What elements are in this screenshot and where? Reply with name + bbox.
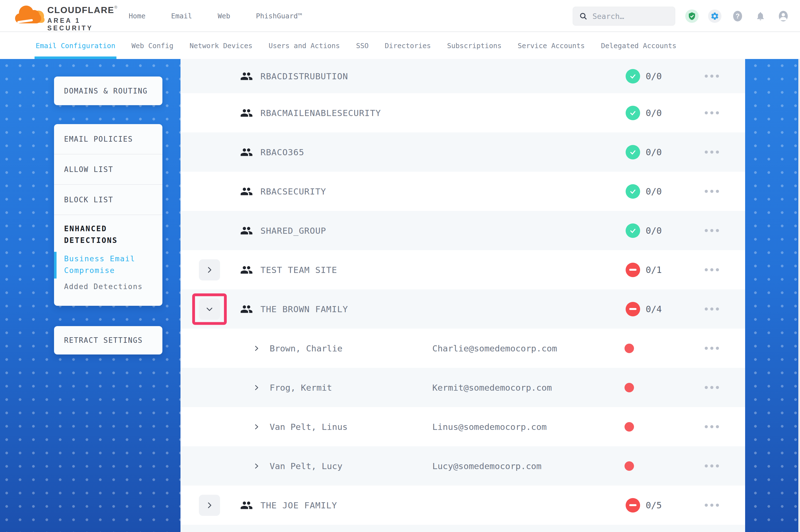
member-count: 0/0 <box>646 71 662 81</box>
row-more-menu[interactable] <box>698 264 725 276</box>
expand-row-button[interactable] <box>199 495 220 516</box>
sidebar-item-domains-routing[interactable]: DOMAINS & ROUTING <box>54 77 162 105</box>
table-row-partial <box>181 525 745 532</box>
active-tab-underline <box>35 56 116 59</box>
group-name: RBACDISTRUBUTION <box>260 71 348 81</box>
table-row[interactable]: TEST TEAM SITE 0/1 <box>181 250 745 289</box>
sidebar-item-email-policies[interactable]: EMAIL POLICIES <box>54 124 162 154</box>
group-icon <box>240 107 253 119</box>
status-minus-badge <box>625 302 640 316</box>
row-more-menu[interactable] <box>698 421 725 432</box>
tab-sso[interactable]: SSO <box>356 33 368 59</box>
row-more-menu[interactable] <box>698 71 725 82</box>
table-row[interactable]: RBACSECURITY 0/0 <box>181 172 745 211</box>
scrollbar-track[interactable] <box>798 59 800 532</box>
member-name: Frog, Kermit <box>270 383 332 393</box>
group-icon <box>240 70 253 83</box>
member-count: 0/4 <box>646 304 662 315</box>
row-more-menu[interactable] <box>698 186 725 197</box>
chevron-right-icon[interactable] <box>252 423 261 431</box>
tab-directories[interactable]: Directories <box>385 33 431 59</box>
status-check-badge <box>625 106 640 120</box>
group-name: TEST TEAM SITE <box>260 265 337 275</box>
expand-row-button[interactable] <box>199 259 220 281</box>
member-row[interactable]: Van Pelt, Lucy Lucy@somedemocorp.com <box>181 446 745 486</box>
member-row[interactable]: Brown, Charlie Charlie@somedemocorp.com <box>181 329 745 368</box>
member-count: 0/1 <box>646 265 662 275</box>
table-row[interactable]: THE JOE FAMILY 0/5 <box>181 486 745 525</box>
groups-table: RBACDISTRUBUTION 0/0 RBACMAILENABLESECUR… <box>181 59 745 532</box>
member-count: 0/0 <box>646 225 662 236</box>
cloudflare-logo[interactable]: CLOUDFLARE® AREA 1 SECURITY <box>15 3 126 29</box>
tab-email-configuration[interactable]: Email Configuration <box>36 33 115 59</box>
nav-home[interactable]: Home <box>129 12 145 20</box>
status-minus-badge <box>625 263 640 277</box>
chevron-right-icon[interactable] <box>252 344 261 353</box>
row-more-menu[interactable] <box>698 500 725 511</box>
row-more-menu[interactable] <box>698 108 725 118</box>
search-icon <box>579 12 587 20</box>
row-more-menu[interactable] <box>698 304 725 315</box>
member-email: Lucy@somedemocorp.com <box>432 461 542 471</box>
status-check-badge <box>625 224 640 238</box>
primary-nav: Home Email Web PhishGuard™ <box>129 0 302 32</box>
row-more-menu[interactable] <box>698 343 725 354</box>
table-row[interactable]: RBACDISTRUBUTION 0/0 <box>181 59 745 93</box>
group-icon <box>240 146 253 158</box>
group-icon <box>240 303 253 316</box>
member-row[interactable]: Frog, Kermit Kermit@somedemocorp.com <box>181 368 745 407</box>
member-count: 0/0 <box>646 186 662 197</box>
group-name: SHARED_GROUP <box>260 226 326 236</box>
row-more-menu[interactable] <box>698 225 725 236</box>
sidebar-item-retract-settings[interactable]: RETRACT SETTINGS <box>54 326 162 355</box>
tab-network-devices[interactable]: Network Devices <box>190 33 253 59</box>
status-dot <box>624 383 634 392</box>
member-name: Brown, Charlie <box>270 343 342 354</box>
tab-service-accounts[interactable]: Service Accounts <box>518 33 585 59</box>
logo-subbrand: AREA 1 SECURITY <box>47 17 126 32</box>
top-header: CLOUDFLARE® AREA 1 SECURITY Home Email W… <box>0 0 800 32</box>
row-more-menu[interactable] <box>698 460 725 472</box>
status-dot <box>624 461 634 471</box>
shield-check-icon[interactable] <box>685 10 698 23</box>
table-row[interactable]: RBACO365 0/0 <box>181 132 745 172</box>
status-minus-badge <box>625 498 640 513</box>
table-row[interactable]: RBACMAILENABLESECURITY 0/0 <box>181 93 745 132</box>
account-avatar-icon[interactable] <box>777 10 790 23</box>
group-icon <box>240 185 253 198</box>
search-input[interactable] <box>593 12 668 21</box>
group-icon <box>240 499 253 512</box>
table-row[interactable]: THE BROWN FAMILY 0/4 <box>181 289 745 329</box>
sidebar-item-block-list[interactable]: BLOCK LIST <box>54 185 162 214</box>
row-more-menu[interactable] <box>698 147 725 158</box>
member-email: Linus@somedemocorp.com <box>432 422 547 432</box>
tab-subscriptions[interactable]: Subscriptions <box>447 33 502 59</box>
member-count: 0/0 <box>646 147 662 157</box>
tab-delegated-accounts[interactable]: Delegated Accounts <box>601 33 676 59</box>
group-name: THE JOE FAMILY <box>260 500 337 510</box>
group-name: THE BROWN FAMILY <box>260 304 348 314</box>
member-count: 0/0 <box>646 108 662 118</box>
notifications-bell-icon[interactable] <box>754 10 767 23</box>
tab-web-config[interactable]: Web Config <box>131 33 174 59</box>
tab-users-and-actions[interactable]: Users and Actions <box>269 33 340 59</box>
cloudflare-cloud-icon <box>15 5 44 26</box>
collapse-row-button[interactable] <box>199 299 220 320</box>
row-more-menu[interactable] <box>698 382 725 393</box>
nav-phishguard[interactable]: PhishGuard™ <box>256 12 302 20</box>
sidebar-item-allow-list[interactable]: ALLOW LIST <box>54 154 162 184</box>
sidebar-item-added-detections[interactable]: Added Detections <box>64 282 162 291</box>
nav-email[interactable]: Email <box>171 12 192 20</box>
sidebar-item-business-email-compromise[interactable]: Business Email Compromise <box>64 253 148 276</box>
nav-web[interactable]: Web <box>218 12 230 20</box>
enhanced-detections-heading: ENHANCED DETECTIONS <box>64 223 148 246</box>
svg-text:?: ? <box>736 12 740 20</box>
registered-mark: ® <box>114 5 117 10</box>
settings-gear-icon[interactable] <box>708 10 722 23</box>
chevron-right-icon[interactable] <box>252 462 261 470</box>
member-row[interactable]: Van Pelt, Linus Linus@somedemocorp.com <box>181 407 745 446</box>
table-row[interactable]: SHARED_GROUP 0/0 <box>181 211 745 250</box>
search-box[interactable] <box>573 7 675 25</box>
help-icon[interactable]: ? <box>731 10 744 23</box>
chevron-right-icon[interactable] <box>252 383 261 392</box>
